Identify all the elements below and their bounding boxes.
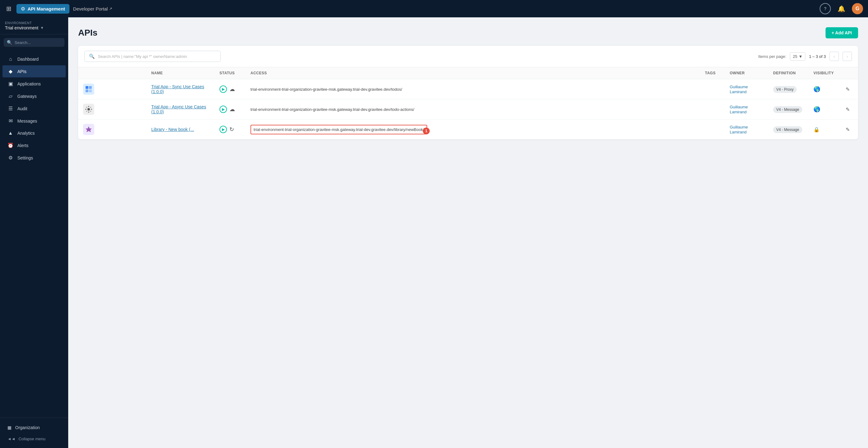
prev-page-button[interactable]: ‹ <box>830 52 839 61</box>
table-row: Trial App - Async Use Cases (1.0.0) ▶ ☁ … <box>78 99 858 119</box>
sidebar-item-gateways[interactable]: ▱ Gateways <box>2 90 66 102</box>
api-name-link[interactable]: Library - New book (... <box>151 127 194 132</box>
chevron-down-icon: ▼ <box>40 26 44 30</box>
row-owner-cell: Guillaume Lamirand <box>725 79 768 99</box>
gear-icon: ⚙ <box>21 6 25 12</box>
row-visibility-cell: 🌎 <box>808 99 839 119</box>
sidebar-search-input[interactable] <box>14 40 61 45</box>
sidebar-item-label: Alerts <box>18 143 29 148</box>
status-icons: ▶ ☁ <box>219 106 241 113</box>
sidebar-item-label: Gateways <box>18 94 37 99</box>
sidebar-item-analytics[interactable]: ▲ Analytics <box>2 127 66 139</box>
sidebar-item-label: Dashboard <box>18 57 39 62</box>
sidebar-item-apis[interactable]: ◆ APIs <box>2 65 66 77</box>
alerts-icon: ⏰ <box>7 142 13 148</box>
items-per-page-label: Items per page: <box>758 54 786 59</box>
env-value: Trial environment ▼ <box>5 25 63 30</box>
collapse-menu-button[interactable]: ◄◄ Collapse menu <box>2 434 66 444</box>
row-definition-cell: V4 - Proxy <box>768 79 808 99</box>
row-actions-cell: ✎ <box>839 119 858 140</box>
owner-name: Guillaume Lamirand <box>730 125 748 134</box>
sidebar-bottom: ▦ Organization ◄◄ Collapse menu <box>0 418 68 448</box>
cloud-sync-icon: ↻ <box>229 126 234 133</box>
row-actions-cell: ✎ <box>839 79 858 99</box>
api-management-module[interactable]: ⚙ API Management <box>17 4 69 13</box>
api-icon <box>83 104 94 115</box>
main-content: APIs + Add API 🔍 Items per page: 25 ▼ 1 … <box>68 18 868 448</box>
user-avatar[interactable]: G <box>852 3 863 14</box>
module-label: API Management <box>28 6 65 11</box>
sidebar-item-dashboard[interactable]: ⌂ Dashboard <box>2 53 66 65</box>
api-search-input[interactable] <box>98 54 216 59</box>
edit-button[interactable]: ✎ <box>844 85 851 93</box>
chevron-down-icon: ▼ <box>799 54 803 59</box>
top-navigation: ⊞ ⚙ API Management Developer Portal ↗ ? … <box>0 0 868 18</box>
add-api-button[interactable]: + Add API <box>826 27 858 38</box>
row-icon-cell <box>78 119 146 140</box>
svg-rect-1 <box>89 86 92 89</box>
row-actions-cell: ✎ <box>839 99 858 119</box>
status-icons: ▶ ☁ <box>219 85 241 93</box>
api-name-link[interactable]: Trial App - Sync Use Cases (1.0.0) <box>151 84 204 94</box>
sidebar-item-messages[interactable]: ✉ Messages <box>2 115 66 127</box>
sidebar-item-audit[interactable]: ☰ Audit <box>2 102 66 114</box>
svg-point-11 <box>86 110 87 112</box>
organization-icon: ▦ <box>7 425 11 430</box>
row-visibility-cell: 🔒 <box>808 119 839 140</box>
edit-button[interactable]: ✎ <box>844 126 851 133</box>
help-button[interactable]: ? <box>819 3 831 14</box>
row-icon-cell <box>78 99 146 119</box>
col-header-owner: Owner <box>725 67 768 79</box>
svg-point-6 <box>88 111 89 113</box>
settings-icon: ⚙ <box>7 155 13 161</box>
owner-name: Guillaume Lamirand <box>730 84 748 94</box>
row-owner-cell: Guillaume Lamirand <box>725 99 768 119</box>
col-header-actions <box>839 67 858 79</box>
notifications-button[interactable]: 🔔 <box>836 3 847 14</box>
definition-badge: V4 - Message <box>773 126 802 133</box>
gateways-icon: ▱ <box>7 93 13 99</box>
svg-point-8 <box>91 109 92 110</box>
svg-rect-2 <box>86 90 88 92</box>
svg-rect-3 <box>89 90 92 92</box>
status-icons: ▶ ↻ <box>219 126 241 133</box>
table-row: Trial App - Sync Use Cases (1.0.0) ▶ ☁ t… <box>78 79 858 99</box>
api-name-link[interactable]: Trial App - Async Use Cases (1.0.0) <box>151 104 206 114</box>
api-search-box[interactable]: 🔍 <box>84 51 221 62</box>
pagination-controls: Items per page: 25 ▼ 1 – 3 of 3 ‹ › <box>758 52 852 61</box>
svg-point-9 <box>86 107 87 108</box>
developer-portal-link[interactable]: Developer Portal ↗ <box>73 6 112 11</box>
table-row: Library - New book (... ▶ ↻ trial-enviro… <box>78 119 858 140</box>
page-header: APIs + Add API <box>78 27 858 38</box>
sidebar-item-settings[interactable]: ⚙ Settings <box>2 152 66 164</box>
edit-button[interactable]: ✎ <box>844 106 851 113</box>
svg-point-7 <box>85 109 87 110</box>
page-range: 1 – 3 of 3 <box>809 54 826 59</box>
svg-point-12 <box>90 110 91 112</box>
cloud-icon: ☁ <box>229 106 235 113</box>
sidebar-search[interactable]: 🔍 <box>4 38 64 47</box>
next-page-button[interactable]: › <box>843 52 852 61</box>
apis-table: Name Status Access Tags Owner Definition… <box>78 67 858 139</box>
audit-icon: ☰ <box>7 106 13 111</box>
table-toolbar: 🔍 Items per page: 25 ▼ 1 – 3 of 3 ‹ › <box>78 46 858 67</box>
lock-icon: 🔒 <box>813 127 819 132</box>
grid-icon[interactable]: ⊞ <box>5 4 13 13</box>
sidebar-item-label: Organization <box>15 425 40 430</box>
api-icon <box>83 83 94 95</box>
sidebar-item-applications[interactable]: ▣ Applications <box>2 78 66 90</box>
row-access-cell: trial-environment-trial-organization-gra… <box>246 99 700 119</box>
items-per-page-select[interactable]: 25 ▼ <box>790 52 805 61</box>
collapse-icon: ◄◄ <box>7 437 16 441</box>
sidebar-item-alerts[interactable]: ⏰ Alerts <box>2 139 66 151</box>
applications-icon: ▣ <box>7 81 13 87</box>
svg-point-4 <box>87 108 90 110</box>
env-label: Environment <box>5 21 63 25</box>
main-layout: Environment Trial environment ▼ 🔍 ⌂ Dash… <box>0 18 868 448</box>
items-per-page-value: 25 <box>793 54 797 59</box>
access-url: trial-environment-trial-organization-gra… <box>250 87 402 92</box>
sidebar-item-organization[interactable]: ▦ Organization <box>2 422 66 433</box>
environment-selector[interactable]: Environment Trial environment ▼ <box>0 18 68 34</box>
topnav-icons: ? 🔔 G <box>819 3 863 14</box>
apis-icon: ◆ <box>7 68 13 74</box>
